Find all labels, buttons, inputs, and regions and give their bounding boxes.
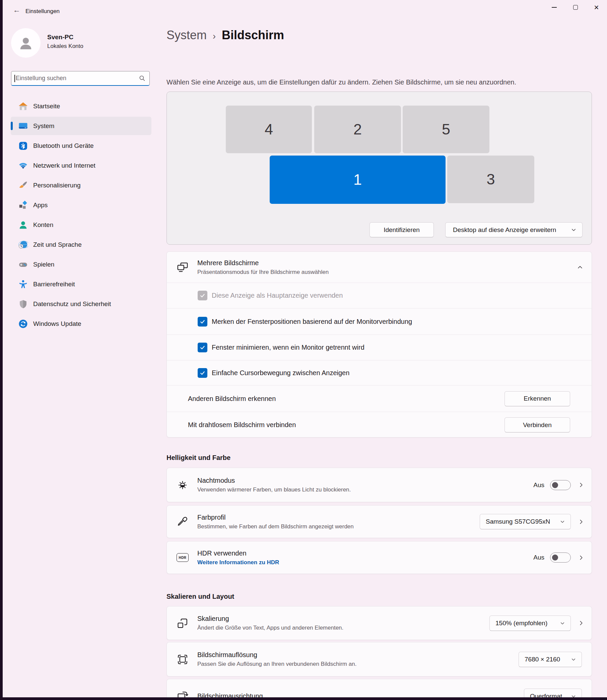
night-mode-toggle[interactable] <box>550 480 571 490</box>
minimize-windows-checkbox[interactable] <box>197 343 207 352</box>
multiple-displays-card: Mehrere Bildschirme Präsentationsmodus f… <box>167 252 592 438</box>
chevron-up-icon[interactable] <box>577 264 583 270</box>
sidebar-item-spielen[interactable]: Spielen <box>11 255 151 274</box>
detect-button[interactable]: Erkennen <box>504 391 570 406</box>
sidebar-item-apps[interactable]: Apps <box>11 196 151 214</box>
breadcrumb: System › Bildschirm <box>167 28 284 42</box>
sidebar-item-label: Spielen <box>33 261 54 268</box>
night-mode-state: Aus <box>533 481 544 489</box>
color-profile-subtitle: Bestimmen, wie Farben auf dem Bildschirm… <box>197 523 354 530</box>
scale-section-heading: Skalieren und Layout <box>167 593 234 600</box>
privacy-icon <box>18 299 28 309</box>
easy-cursor-checkbox[interactable] <box>197 368 207 378</box>
resolution-dropdown[interactable]: 7680 × 2160 <box>519 652 582 667</box>
hdr-title: HDR verwenden <box>197 549 279 557</box>
arrangement-instruction: Wählen Sie eine Anzeige aus, um die Eins… <box>167 78 516 86</box>
monitor-arrangement-panel: 4 2 5 1 3 Identifizieren Desktop auf die… <box>167 92 592 245</box>
sidebar-item-label: Apps <box>33 201 47 209</box>
checkbox-label: Einfache Cursorbewegung zwischen Anzeige… <box>212 369 349 377</box>
checkbox-label: Merken der Fensterpositionen basierend a… <box>212 318 412 325</box>
hdr-icon: HDR <box>176 553 189 562</box>
wireless-display-label: Mit drahtlosem Bildschirm verbinden <box>188 421 296 429</box>
text-caret <box>15 75 15 82</box>
easy-cursor-row: Einfache Cursorbewegung zwischen Anzeige… <box>167 360 592 385</box>
sidebar-item-system[interactable]: System <box>11 117 151 135</box>
identify-button[interactable]: Identifizieren <box>370 222 434 237</box>
primary-display-checkbox <box>197 291 207 300</box>
search-input[interactable]: Einstellung suchen <box>11 71 150 86</box>
person-icon <box>17 34 35 52</box>
chevron-right-icon[interactable] <box>578 555 584 561</box>
orientation-value: Querformat <box>530 693 562 698</box>
orientation-dropdown[interactable]: Querformat <box>524 688 582 698</box>
scale-row[interactable]: Skalierung Ändert die Größe von Text, Ap… <box>167 606 592 640</box>
detect-display-label: Anderen Bildschirm erkennen <box>188 395 276 403</box>
monitor-2[interactable]: 2 <box>314 106 401 153</box>
chevron-right-icon[interactable] <box>578 519 584 525</box>
sidebar-item-startseite[interactable]: Startseite <box>11 97 151 115</box>
connect-button[interactable]: Verbinden <box>504 417 570 433</box>
chevron-down-icon <box>560 519 565 524</box>
chevron-right-icon[interactable] <box>578 620 584 626</box>
sidebar-item-label: Konten <box>33 221 53 228</box>
night-mode-row[interactable]: Nachtmodus Verwenden wärmerer Farben, um… <box>167 468 592 502</box>
sidebar-item-windows-update[interactable]: Windows Update <box>11 315 151 333</box>
monitor-4[interactable]: 4 <box>226 106 312 153</box>
user-name: Sven-PC <box>47 34 74 41</box>
breadcrumb-parent[interactable]: System <box>167 28 207 42</box>
close-icon: ✕ <box>594 4 599 12</box>
time-language-icon <box>18 240 28 250</box>
accounts-icon <box>18 220 28 230</box>
extend-display-dropdown[interactable]: Desktop auf diese Anzeige erweitern <box>445 222 583 237</box>
update-icon <box>18 319 28 329</box>
sidebar-item-bluetooth[interactable]: Bluetooth und Geräte <box>11 137 151 155</box>
resolution-row: Bildschirmauflösung Passen Sie die Auflö… <box>167 642 592 677</box>
night-mode-subtitle: Verwenden wärmerer Farben, um blaues Lic… <box>197 486 351 493</box>
back-button[interactable]: ← <box>10 4 23 16</box>
accessibility-icon <box>18 279 28 289</box>
color-profile-title: Farbprofil <box>197 514 354 521</box>
wireless-display-row: Mit drahtlosem Bildschirm verbinden Verb… <box>167 412 592 438</box>
hdr-info-link[interactable]: Weitere Informationen zu HDR <box>197 559 279 566</box>
sidebar-item-netzwerk[interactable]: Netzwerk und Internet <box>11 156 151 175</box>
scale-title: Skalierung <box>197 615 343 623</box>
remember-positions-checkbox[interactable] <box>197 317 207 326</box>
toggle-knob <box>552 482 558 488</box>
sidebar-item-label: System <box>33 122 54 130</box>
chevron-down-icon <box>571 227 576 232</box>
hdr-state: Aus <box>533 554 544 561</box>
main-content: System › Bildschirm Wählen Sie eine Anze… <box>167 0 592 697</box>
hdr-row[interactable]: HDR HDR verwenden Weitere Informationen … <box>167 541 592 574</box>
avatar[interactable] <box>11 28 41 58</box>
brightness-section-heading: Helligkeit und Farbe <box>167 454 230 462</box>
monitor-3[interactable]: 3 <box>447 156 534 203</box>
search-placeholder: Einstellung suchen <box>16 75 139 82</box>
sidebar-item-konten[interactable]: Konten <box>11 216 151 234</box>
chevron-down-icon <box>571 657 576 662</box>
settings-window: ← Einstellungen ✕ Sven-PC Lokales Konto … <box>3 0 607 697</box>
monitor-5[interactable]: 5 <box>403 106 489 153</box>
sidebar-item-zeit-sprache[interactable]: Zeit und Sprache <box>11 235 151 254</box>
orientation-row: Bildschirmausrichtung Querformat <box>167 679 592 697</box>
hdr-toggle[interactable] <box>550 553 571 563</box>
color-profile-row[interactable]: Farbprofil Bestimmen, wie Farben auf dem… <box>167 505 592 538</box>
sidebar-item-personalisierung[interactable]: Personalisierung <box>11 176 151 195</box>
resolution-icon <box>176 654 189 665</box>
app-title: Einstellungen <box>25 8 60 15</box>
sidebar-item-label: Datenschutz und Sicherheit <box>33 300 111 308</box>
multiple-displays-icon <box>176 261 189 273</box>
chevron-right-icon[interactable] <box>578 482 584 488</box>
multiple-displays-header[interactable]: Mehrere Bildschirme Präsentationsmodus f… <box>167 252 592 283</box>
color-profile-dropdown[interactable]: Samsung S57CG95xN <box>480 514 571 529</box>
sidebar-item-label: Windows Update <box>33 320 81 327</box>
sidebar-item-barrierefreiheit[interactable]: Barrierefreiheit <box>11 275 151 293</box>
scale-icon <box>176 617 189 629</box>
chevron-down-icon <box>571 694 576 698</box>
checkbox-label: Diese Anzeige als Hauptanzeige verwenden <box>212 292 343 299</box>
system-icon <box>18 121 28 131</box>
sidebar-item-label: Zeit und Sprache <box>33 241 82 248</box>
resolution-subtitle: Passen Sie die Auflösung an Ihren verbun… <box>197 661 356 667</box>
sidebar-item-datenschutz[interactable]: Datenschutz und Sicherheit <box>11 295 151 313</box>
monitor-1-selected[interactable]: 1 <box>270 156 445 204</box>
scale-dropdown[interactable]: 150% (empfohlen) <box>489 616 571 631</box>
